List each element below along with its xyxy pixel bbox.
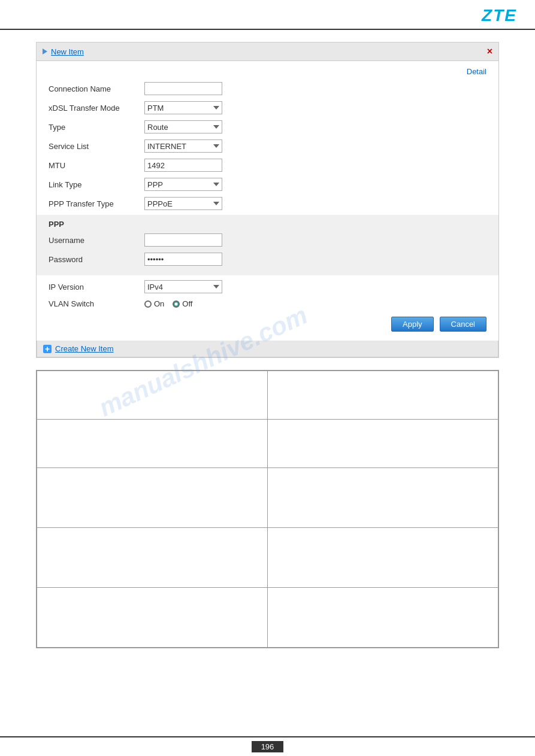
link-type-row: Link Type PPP IPoE [49,177,486,192]
table-cell [268,528,498,588]
close-button[interactable]: × [487,46,492,57]
table-row [37,588,498,648]
detail-link-container: Detail [49,67,486,76]
table-cell [37,588,268,648]
ip-version-label: IP Version [49,283,144,292]
panel-title-group: New Item [43,47,84,56]
connection-name-input[interactable] [144,82,222,95]
plus-icon: + [43,345,52,353]
create-new-text[interactable]: Create New Item [55,344,114,353]
table-row [37,371,498,420]
link-type-label: Link Type [49,180,144,189]
link-type-select[interactable]: PPP IPoE [144,178,222,191]
vlan-on-label: On [154,299,164,308]
table-cell [37,528,268,588]
page-header: ZTE [0,0,535,30]
ppp-section-label: PPP [49,220,486,229]
vlan-on-item: On [144,299,164,308]
xdsl-row: xDSL Transfer Mode PTM ATM [49,100,486,116]
table-cell [37,468,268,528]
table-cell [268,371,498,420]
panel-body: Detail Connection Name xDSL Transfer Mod… [37,61,498,341]
create-new-bar[interactable]: + Create New Item [37,341,498,357]
table-section [36,370,499,648]
table-cell [37,420,268,468]
cancel-button[interactable]: Cancel [440,317,486,332]
vlan-switch-row: VLAN Switch On Off [49,298,486,309]
panel-footer: Apply Cancel [49,317,486,332]
zte-logo: ZTE [482,6,517,25]
mtu-label: MTU [49,161,144,170]
service-list-label: Service List [49,142,144,151]
username-row: Username [49,232,486,248]
panel-title-text[interactable]: New Item [51,47,84,56]
type-label: Type [49,123,144,132]
password-label: Password [49,255,144,264]
mtu-input[interactable] [144,159,222,172]
panel-header: New Item × [37,42,498,61]
type-select[interactable]: Route Bridge [144,120,222,133]
ip-version-row: IP Version IPv4 IPv6 IPv4/IPv6 [49,279,486,294]
xdsl-label: xDSL Transfer Mode [49,104,144,113]
table-row [37,468,498,528]
data-table [37,371,498,648]
table-cell [268,588,498,648]
type-row: Type Route Bridge [49,119,486,135]
main-content: New Item × Detail Connection Name xDSL T… [0,30,535,660]
ppp-transfer-row: PPP Transfer Type PPPoE PPPoA [49,196,486,211]
new-item-panel: New Item × Detail Connection Name xDSL T… [36,42,499,358]
page-footer: 196 [0,736,535,756]
ppp-section: PPP Username Password [37,215,498,275]
username-label: Username [49,236,144,245]
table-cell [268,468,498,528]
mtu-row: MTU [49,157,486,173]
service-list-row: Service List INTERNET VOIP IPTV [49,138,486,154]
page-number: 196 [252,741,284,752]
password-row: Password [49,251,486,267]
vlan-off-label: Off [182,299,192,308]
vlan-switch-label: VLAN Switch [49,299,144,308]
vlan-radio-group: On Off [144,299,192,308]
apply-button[interactable]: Apply [391,317,434,332]
ppp-transfer-label: PPP Transfer Type [49,199,144,208]
connection-name-label: Connection Name [49,84,144,93]
table-cell [268,420,498,468]
collapse-icon[interactable] [43,48,47,54]
xdsl-select[interactable]: PTM ATM [144,101,222,114]
password-input[interactable] [144,253,222,266]
ppp-transfer-select[interactable]: PPPoE PPPoA [144,197,222,210]
vlan-off-radio[interactable] [173,300,180,308]
connection-name-row: Connection Name [49,81,486,96]
table-cell [37,371,268,420]
ip-version-select[interactable]: IPv4 IPv6 IPv4/IPv6 [144,280,222,293]
vlan-on-radio[interactable] [144,300,152,308]
vlan-off-item: Off [173,299,192,308]
service-list-select[interactable]: INTERNET VOIP IPTV [144,139,222,153]
table-row [37,528,498,588]
table-row [37,420,498,468]
username-input[interactable] [144,233,222,247]
detail-link[interactable]: Detail [467,67,486,76]
